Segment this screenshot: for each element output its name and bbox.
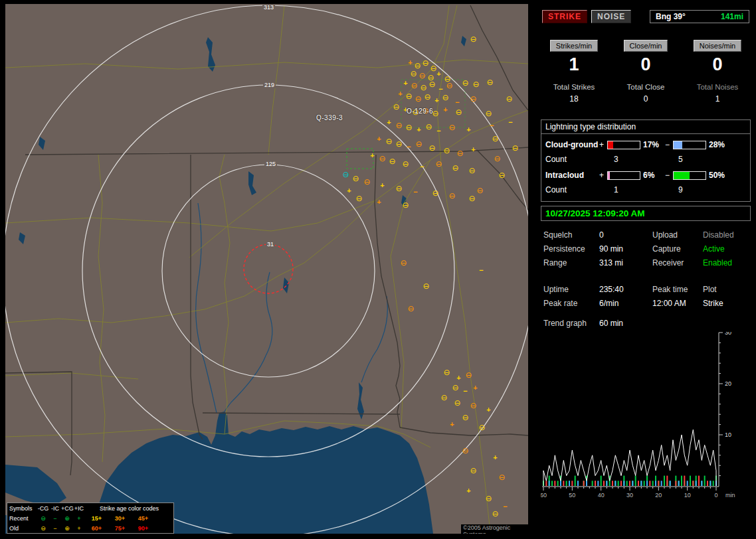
legend-col-ncg: -CG xyxy=(37,505,49,512)
legend-recent-row: Recent ⊖ − ⊕ + 15+ 30+ 45+ xyxy=(7,513,173,523)
bearing-panel: Bng 39° 141mi xyxy=(650,10,749,23)
noise-mode-button[interactable]: NOISE xyxy=(591,10,631,23)
pos-ic-icon: + xyxy=(73,515,85,522)
legend-old-label: Old xyxy=(7,525,37,532)
svg-text:20: 20 xyxy=(725,380,731,387)
close-per-min-chip[interactable]: Close/min xyxy=(624,40,668,52)
legend-col-pic: +IC xyxy=(73,505,85,512)
total-strikes-label: Total Strikes xyxy=(538,83,610,91)
legend-age-title: Strike age color codes xyxy=(85,505,173,512)
cg-minus-pct: 28% xyxy=(709,140,750,149)
svg-text:30: 30 xyxy=(626,492,633,499)
pos-ic-icon: + xyxy=(73,525,85,532)
ring-label-313: 313 xyxy=(262,4,275,11)
legend-recent-label: Recent xyxy=(7,515,37,522)
age-code: 60+ xyxy=(85,525,108,532)
upload-status: Disabled xyxy=(703,230,753,240)
ic-minus-count: 9 xyxy=(678,185,750,194)
minus-sign: − xyxy=(665,171,673,180)
close-alarm-ring xyxy=(244,244,293,293)
peak-time-label: Peak time xyxy=(652,285,703,294)
legend-col-nic: -IC xyxy=(49,505,61,512)
neg-cg-icon: ⊖ xyxy=(37,525,49,532)
trend-graph-panel: 1020306050403020100min xyxy=(541,332,753,502)
ring-label-219: 219 xyxy=(263,82,276,88)
svg-text:min: min xyxy=(725,492,735,499)
upload-label: Upload xyxy=(652,230,703,240)
legend-old-row: Old ⊖ − ⊕ + 60+ 75+ 90+ xyxy=(7,523,173,533)
lightning-map[interactable]: 313 219 125 31 Q-339-3 O-129-6 +⊖⊖⊖⊖⊖⊖+⊖… xyxy=(5,4,528,534)
trend-window-value: 60 min xyxy=(599,319,652,328)
plot-label: Plot xyxy=(703,285,753,294)
ic-minus-pct: 50% xyxy=(709,171,750,180)
cloud-ground-count-row: Count 3 5 xyxy=(541,155,750,164)
strike-mode-button[interactable]: STRIKE xyxy=(542,10,587,23)
svg-text:60: 60 xyxy=(541,492,547,499)
rivers xyxy=(196,203,388,413)
app-window: { "map": { "ring_labels": ["313", "219",… xyxy=(0,0,756,539)
ic-plus-bar xyxy=(607,171,640,180)
plus-sign: + xyxy=(599,171,607,180)
intracloud-row: Intracloud + 6% − 50% xyxy=(541,171,750,180)
cg-plus-bar xyxy=(607,141,640,149)
state-borders xyxy=(5,5,528,475)
total-noises-label: Total Noises xyxy=(682,83,753,91)
strikes-per-min-value: 1 xyxy=(569,54,579,75)
trend-graph-chart: 1020306050403020100min xyxy=(541,332,748,502)
pos-cg-icon: ⊕ xyxy=(61,515,73,522)
trend-graph-row: Trend graph 60 min xyxy=(538,319,753,328)
cg-plus-pct: 17% xyxy=(643,140,665,149)
cg-minus-bar xyxy=(673,141,706,149)
neg-cg-icon: ⊖ xyxy=(37,515,49,522)
svg-text:30: 30 xyxy=(725,332,731,336)
peak-rate-value: 6/min xyxy=(599,299,652,308)
intracloud-label: Intracloud xyxy=(545,171,599,180)
session-info-grid: Uptime 235:40 Peak time Plot Peak rate 6… xyxy=(538,285,753,308)
svg-text:10: 10 xyxy=(725,431,731,438)
cg-plus-count: 3 xyxy=(614,155,678,164)
noises-per-min-chip[interactable]: Noises/min xyxy=(694,40,741,52)
mode-toolbar: STRIKE NOISE Bng 39° 141mi xyxy=(538,9,753,24)
age-code: 45+ xyxy=(132,515,155,522)
capture-status: Active xyxy=(703,244,753,254)
neg-ic-icon: − xyxy=(49,525,61,532)
plot-value: Strike xyxy=(703,299,753,308)
uptime-label: Uptime xyxy=(543,285,599,294)
capture-label: Capture xyxy=(652,244,703,254)
plus-sign: + xyxy=(599,140,607,149)
ic-minus-bar xyxy=(673,171,706,180)
rate-values-row: 1 0 0 xyxy=(538,54,753,75)
minus-sign: − xyxy=(665,140,673,149)
total-close-value: 0 xyxy=(610,94,682,104)
storm-cell-label: O-129-6 xyxy=(407,108,433,115)
total-noises-value: 1 xyxy=(682,94,753,104)
noises-per-min-value: 0 xyxy=(712,54,722,75)
persistence-value: 90 min xyxy=(599,244,652,254)
status-panel: STRIKE NOISE Bng 39° 141mi Strikes/min C… xyxy=(538,4,753,535)
total-close-label: Total Close xyxy=(610,83,682,91)
count-label: Count xyxy=(545,155,614,164)
strikes-per-min-chip[interactable]: Strikes/min xyxy=(550,40,598,52)
map-legend: Symbols -CG -IC +CG +IC Strike age color… xyxy=(7,502,174,534)
svg-text:10: 10 xyxy=(684,492,691,499)
ic-plus-count: 1 xyxy=(614,185,678,194)
copyright-text: ©2005 Astrogenic Systems xyxy=(461,524,528,534)
lightning-distribution-section: Lightning type distribution Cloud-ground… xyxy=(541,119,751,202)
count-label: Count xyxy=(545,185,614,194)
age-code: 15+ xyxy=(85,515,108,522)
range-label: Range xyxy=(543,258,599,268)
squelch-value: 0 xyxy=(599,230,652,240)
receiver-status: Enabled xyxy=(703,258,753,268)
svg-text:40: 40 xyxy=(598,492,605,499)
legend-col-pcg: +CG xyxy=(61,505,73,512)
pos-cg-icon: ⊕ xyxy=(61,525,73,532)
ring-label-31: 31 xyxy=(266,241,275,248)
ring-label-125: 125 xyxy=(264,161,277,167)
total-strikes-value: 18 xyxy=(538,94,610,104)
rate-chips-row: Strikes/min Close/min Noises/min xyxy=(538,40,753,52)
bearing-value: Bng 39° xyxy=(656,12,686,21)
age-code: 75+ xyxy=(108,525,132,532)
persistence-label: Persistence xyxy=(543,244,599,254)
svg-text:0: 0 xyxy=(714,492,717,499)
svg-text:50: 50 xyxy=(569,492,575,499)
